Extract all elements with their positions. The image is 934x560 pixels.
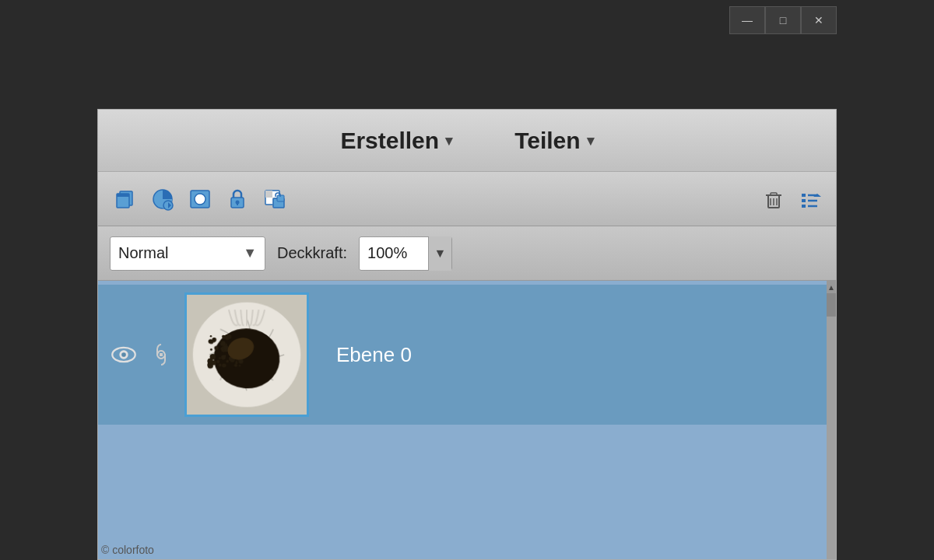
layer-name: Ebene 0 (321, 343, 412, 367)
svg-rect-10 (237, 202, 238, 205)
svg-point-31 (121, 352, 126, 357)
layer-link-icon[interactable] (149, 341, 173, 369)
svg-marker-24 (802, 199, 806, 202)
svg-rect-32 (160, 353, 163, 356)
lock-icon[interactable] (222, 184, 253, 215)
svg-rect-18 (771, 193, 777, 195)
table-row[interactable]: Ebene 0 (98, 285, 827, 425)
layer-copy-icon[interactable] (110, 184, 141, 215)
svg-marker-22 (802, 194, 806, 197)
opacity-label: Deckkraft: (277, 244, 347, 262)
opacity-value: 100% (367, 244, 407, 262)
teilen-label: Teilen (514, 128, 580, 154)
layer-mask-icon[interactable] (184, 184, 216, 215)
maximize-button[interactable]: □ (765, 6, 801, 34)
window-controls: — □ ✕ (729, 6, 837, 34)
options-bar: Normal ▼ Deckkraft: 100% ▼ (98, 226, 836, 281)
toolbar (98, 172, 836, 226)
erstellen-label: Erstellen (340, 128, 439, 154)
layer-visibility-toggle[interactable] (110, 341, 138, 369)
close-button[interactable]: ✕ (801, 6, 837, 34)
opacity-arrow[interactable]: ▼ (428, 236, 451, 271)
scroll-up-arrow[interactable]: ▲ (827, 281, 836, 293)
svg-rect-12 (265, 191, 272, 198)
panel-menu-button[interactable] (795, 184, 824, 214)
layer-area: Ebene 0 ▲ (98, 281, 836, 559)
blend-mode-value: Normal (118, 244, 168, 262)
layers-panel: Erstellen ▾ Teilen ▾ (97, 109, 837, 560)
lock-transparency-icon[interactable] (259, 184, 290, 215)
svg-rect-2 (117, 194, 129, 197)
adjustment-icon[interactable] (147, 184, 178, 215)
minimize-button[interactable]: — (729, 6, 765, 34)
erstellen-button[interactable]: Erstellen ▾ (340, 128, 452, 154)
scrollbar-thumb[interactable] (827, 293, 836, 317)
svg-marker-26 (802, 205, 806, 208)
blend-mode-dropdown[interactable]: Normal ▼ (110, 236, 265, 271)
top-bar: — □ ✕ (0, 0, 934, 109)
layer-thumbnail[interactable] (184, 292, 309, 417)
blend-mode-arrow: ▼ (243, 245, 257, 261)
erstellen-arrow: ▾ (445, 132, 452, 149)
teilen-button[interactable]: Teilen ▾ (514, 128, 593, 154)
header-bar: Erstellen ▾ Teilen ▾ (98, 110, 836, 172)
scrollbar[interactable]: ▲ (827, 281, 836, 559)
opacity-dropdown[interactable]: 100% ▼ (359, 236, 452, 271)
svg-point-7 (195, 194, 205, 205)
delete-layer-button[interactable] (759, 184, 788, 214)
copyright-label: © colorfoto (101, 544, 154, 556)
teilen-arrow: ▾ (587, 132, 594, 149)
